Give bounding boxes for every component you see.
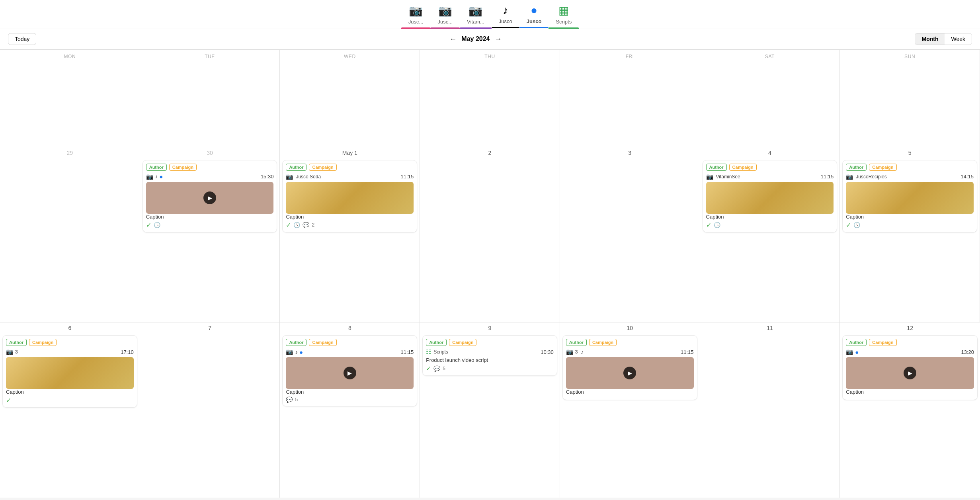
post-time-may1: 11:15 (401, 174, 414, 180)
post-card-header-may9: Author Campaign (426, 339, 554, 346)
caption-may5: Caption (846, 214, 974, 220)
nav-label-jusco4: Jusco (527, 18, 542, 24)
fb-icon-may8: ● (299, 349, 303, 355)
day-number-may11: 11 (767, 325, 773, 331)
ig-icon-may10: 📷 (566, 348, 574, 355)
post-time-may12: 13:20 (961, 349, 974, 355)
instagram-icon: 📷 (409, 4, 423, 17)
clock-icon-may5: 🕓 (853, 222, 860, 228)
platforms-may4: 📷 VitaminSee (706, 173, 740, 180)
day-may7: 7 (140, 322, 280, 498)
ig-icon-may12: 📷 (846, 348, 853, 355)
post-time-may4: 11:15 (821, 174, 834, 180)
day-number-may7: 7 (208, 325, 211, 331)
post-card-may5[interactable]: Author Campaign 📷 JuscoRecipies 14:15 Ca… (842, 160, 977, 232)
nav-jusco-tiktok[interactable]: ♪ Jusco (492, 4, 519, 28)
post-card-apr30[interactable]: Author Campaign 📷 ♪ ● 15:30 ▶ Caption ✓ … (143, 160, 277, 232)
tag-author-may1: Author (286, 164, 306, 171)
check-icon-apr30: ✓ (146, 221, 151, 229)
post-card-may12[interactable]: Author Campaign 📷 ● 13:20 ▶ Caption (842, 335, 978, 400)
tt-icon-apr30: ♪ (155, 174, 158, 180)
check-icon-may6: ✓ (6, 396, 11, 404)
post-card-may6[interactable]: Author Campaign 📷 3 17:10 Caption ✓ (2, 335, 137, 408)
day-may1: May 1 Author Campaign 📷 Jusco Soda 11:15… (280, 147, 420, 322)
post-card-header-may4: Author Campaign (706, 164, 834, 171)
week-view-button[interactable]: Week (945, 33, 972, 45)
post-card-may4[interactable]: Author Campaign 📷 VitaminSee 11:15 Capti… (703, 160, 837, 232)
chat-icon-may9: 💬 (433, 365, 440, 372)
ig-icon-may4: 📷 (706, 173, 714, 180)
tt-icon-may8: ♪ (295, 349, 298, 355)
platforms-apr30: 📷 ♪ ● (146, 173, 163, 180)
today-button[interactable]: Today (8, 33, 36, 45)
ig-count-may10: 3 (575, 349, 578, 355)
tiktok-icon: ♪ (503, 4, 508, 17)
tag-author-may6: Author (6, 339, 27, 346)
post-card-may8[interactable]: Author Campaign 📷 ♪ ● 11:15 ▶ Caption 💬 … (282, 335, 417, 406)
platforms-may6: 📷 3 (6, 348, 18, 355)
scripts-icon: ▦ (558, 4, 569, 17)
thumbnail-may8: ▶ (286, 357, 414, 389)
day-may2: 2 (420, 147, 560, 322)
script-card-may9[interactable]: Author Campaign ☷ Scripts 10:30 Product … (422, 335, 557, 376)
post-time-may9: 10:30 (541, 349, 554, 355)
header-fri: FRI (560, 50, 700, 147)
day-may9: 9 Author Campaign ☷ Scripts 10:30 Produc… (420, 322, 560, 498)
prev-month-button[interactable]: ← (449, 35, 457, 43)
nav-underline-vitam (460, 27, 492, 29)
nav-jusco1[interactable]: 📷 Jusc... (401, 4, 431, 29)
header-wed: WED (280, 50, 420, 147)
post-time-may10: 11:15 (681, 349, 694, 355)
tag-campaign-may8: Campaign (309, 339, 336, 346)
day-may8: 8 Author Campaign 📷 ♪ ● 11:15 ▶ Caption … (280, 322, 420, 498)
thumbnail-may5 (846, 182, 974, 214)
day-number-may8: 8 (348, 325, 351, 331)
footer-may9: ✓ 💬 5 (426, 365, 554, 372)
caption-may6: Caption (6, 389, 134, 395)
chat-icon-may8: 💬 (286, 396, 293, 403)
caption-may12: Caption (846, 389, 974, 395)
top-nav: 📷 Jusc... 📷 Jusc... 📷 Vitam... ♪ Jusco ●… (0, 0, 980, 29)
chat-count-may1: 2 (312, 222, 314, 228)
tag-campaign-may12: Campaign (869, 339, 896, 346)
chat-count-may9: 5 (443, 366, 445, 371)
post-time-may8: 11:15 (401, 349, 414, 355)
platforms-may1: 📷 Jusco Soda (286, 173, 321, 180)
platforms-may8: 📷 ♪ ● (286, 348, 303, 355)
nav-underline-jusco1 (401, 27, 431, 29)
footer-may1: ✓ 🕓 💬 2 (286, 221, 414, 229)
thumbnail-apr30: ▶ (146, 182, 274, 214)
play-button-apr30: ▶ (203, 191, 216, 204)
nav-jusco-fb[interactable]: ● Jusco (519, 4, 549, 28)
nav-scripts[interactable]: ▦ Scripts (549, 4, 579, 29)
post-meta-may12: 📷 ● 13:20 (846, 348, 974, 355)
tag-author-may10: Author (566, 339, 587, 346)
post-card-may10[interactable]: Author Campaign 📷 3 ♪ 11:15 ▶ Caption (562, 335, 697, 400)
post-time-may6: 17:10 (121, 349, 134, 355)
ig-icon-may5: 📷 (846, 173, 853, 180)
nav-jusco2[interactable]: 📷 Jusc... (430, 4, 460, 29)
post-meta-may9: ☷ Scripts 10:30 (426, 348, 554, 355)
day-apr29: 29 (0, 147, 140, 322)
footer-may4: ✓ 🕓 (706, 221, 834, 229)
day-may12: 12 Author Campaign 📷 ● 13:20 ▶ Caption (840, 322, 980, 498)
day-number-may5: 5 (908, 150, 912, 156)
ig-icon-may6: 📷 (6, 348, 14, 355)
post-card-header-may12: Author Campaign (846, 339, 974, 346)
script-title-may9: Product launch video script (426, 357, 554, 363)
post-meta-may4: 📷 VitaminSee 11:15 (706, 173, 834, 180)
day-may10: 10 Author Campaign 📷 3 ♪ 11:15 ▶ Caption (560, 322, 700, 498)
next-month-button[interactable]: → (495, 35, 502, 43)
check-icon-may5: ✓ (846, 221, 851, 229)
post-card-may1[interactable]: Author Campaign 📷 Jusco Soda 11:15 Capti… (282, 160, 417, 232)
day-may6: 6 Author Campaign 📷 3 17:10 Caption ✓ (0, 322, 140, 498)
nav-underline-scripts (549, 27, 579, 29)
nav-vitam[interactable]: 📷 Vitam... (460, 4, 492, 29)
account-may5: JuscoRecipies (856, 174, 886, 180)
month-view-button[interactable]: Month (915, 33, 945, 45)
facebook-icon: ● (531, 4, 537, 17)
tag-campaign-may5: Campaign (869, 164, 896, 171)
thumbnail-may1 (286, 182, 414, 214)
nav-label-jusco1: Jusc... (408, 19, 424, 25)
day-number-may2: 2 (488, 150, 492, 156)
